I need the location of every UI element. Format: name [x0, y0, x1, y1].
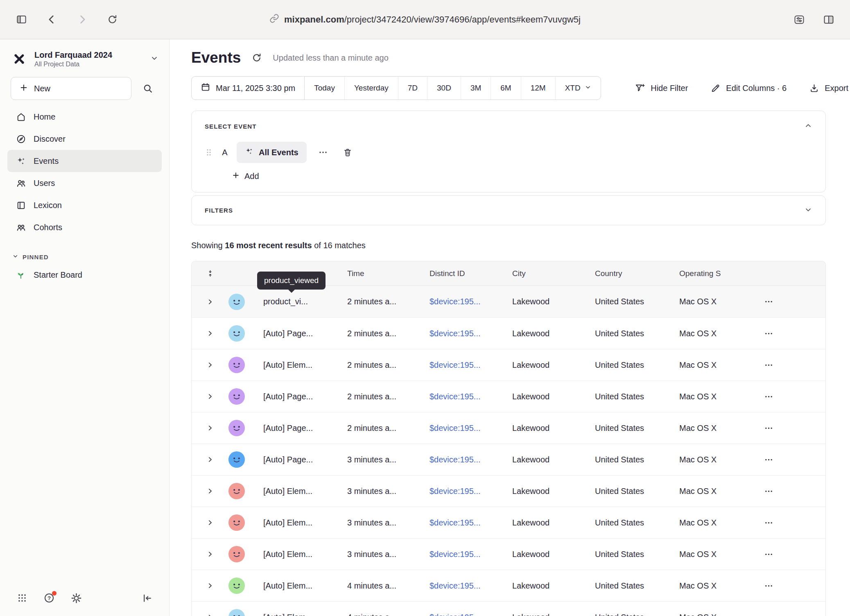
col-header-distinct-id[interactable]: Distinct ID	[430, 269, 512, 278]
home-icon	[16, 111, 26, 122]
distinct-id-link[interactable]: $device:195...	[430, 613, 481, 616]
distinct-id-link[interactable]: $device:195...	[430, 297, 481, 306]
chevron-down-icon[interactable]	[804, 206, 812, 215]
row-expand-chevron-icon[interactable]	[206, 298, 214, 306]
settings-gear-icon[interactable]	[69, 591, 84, 605]
range-xtd[interactable]: XTD	[556, 77, 601, 100]
range-7d[interactable]: 7D	[398, 77, 427, 100]
sidebar-item-cohorts[interactable]: Cohorts	[7, 216, 162, 238]
row-expand-chevron-icon[interactable]	[206, 614, 214, 616]
trash-icon[interactable]	[339, 144, 356, 161]
col-header-os[interactable]: Operating S	[679, 269, 750, 278]
table-row[interactable]: [Auto] Elem... 3 minutes a... $device:19…	[192, 507, 825, 538]
date-picker-button[interactable]: Mar 11, 2025 3:30 pm	[192, 77, 305, 100]
address-bar[interactable]: mixpanel.com/project/3472420/view/397469…	[269, 14, 581, 26]
link-icon	[269, 14, 279, 26]
table-row[interactable]: [Auto] Page... 3 minutes a... $device:19…	[192, 444, 825, 475]
row-expand-chevron-icon[interactable]	[206, 456, 214, 463]
row-menu-icon[interactable]	[764, 487, 773, 496]
row-menu-icon[interactable]	[764, 613, 773, 616]
sidebar-item-users[interactable]: Users	[7, 172, 162, 194]
row-menu-icon[interactable]	[764, 550, 773, 559]
sidebar-item-events[interactable]: Events	[7, 150, 162, 172]
distinct-id-link[interactable]: $device:195...	[430, 455, 481, 464]
row-menu-icon[interactable]	[764, 518, 773, 528]
table-row[interactable]: [Auto] Page... 2 minutes a... $device:19…	[192, 317, 825, 349]
distinct-id-link[interactable]: $device:195...	[430, 550, 481, 559]
range-12m[interactable]: 12M	[521, 77, 556, 100]
table-row[interactable]: product_vi... 2 minutes a... $device:195…	[192, 286, 825, 317]
event-time: 4 minutes a...	[347, 613, 430, 616]
project-switcher[interactable]: Lord Farquaad 2024 All Project Data	[0, 39, 169, 70]
sidebar-item-discover[interactable]: Discover	[7, 128, 162, 150]
row-menu-icon[interactable]	[764, 329, 773, 338]
range-3m[interactable]: 3M	[461, 77, 491, 100]
table-row[interactable]: [Auto] Elem... 3 minutes a... $device:19…	[192, 475, 825, 507]
distinct-id-link[interactable]: $device:195...	[430, 581, 481, 591]
drag-handle-icon[interactable]	[205, 148, 213, 157]
distinct-id-link[interactable]: $device:195...	[430, 518, 481, 528]
page-settings-icon[interactable]	[790, 11, 808, 29]
row-menu-icon[interactable]	[764, 455, 773, 464]
table-row[interactable]: [Auto] Page... 2 minutes a... $device:19…	[192, 380, 825, 412]
table-row[interactable]: [Auto] Elem... 3 minutes a... $device:19…	[192, 538, 825, 570]
row-expand-chevron-icon[interactable]	[206, 361, 214, 369]
range-30d[interactable]: 30D	[427, 77, 461, 100]
row-expand-chevron-icon[interactable]	[206, 519, 214, 526]
row-menu-icon[interactable]	[764, 360, 773, 370]
range-today[interactable]: Today	[305, 77, 345, 100]
range-yesterday[interactable]: Yesterday	[345, 77, 398, 100]
distinct-id-link[interactable]: $device:195...	[430, 392, 481, 401]
event-os: Mac OS X	[679, 297, 750, 306]
row-expand-chevron-icon[interactable]	[206, 330, 214, 337]
row-expand-chevron-icon[interactable]	[206, 393, 214, 400]
row-menu-icon[interactable]	[764, 424, 773, 433]
row-expand-chevron-icon[interactable]	[206, 487, 214, 495]
distinct-id-link[interactable]: $device:195...	[430, 360, 481, 370]
new-button[interactable]: New	[11, 77, 131, 100]
sidebar-item-home[interactable]: Home	[7, 106, 162, 128]
chevron-up-icon[interactable]	[804, 122, 812, 131]
col-header-country[interactable]: Country	[595, 269, 679, 278]
event-name: [Auto] Page...	[263, 329, 313, 338]
distinct-id-link[interactable]: $device:195...	[430, 424, 481, 433]
apps-grid-icon[interactable]	[15, 591, 29, 605]
row-expand-chevron-icon[interactable]	[206, 550, 214, 558]
col-header-time[interactable]: Time	[347, 269, 430, 278]
table-row[interactable]: [Auto] Page... 2 minutes a... $device:19…	[192, 412, 825, 444]
table-row[interactable]: [Auto] Elem... 4 minutes a... $device:19…	[192, 570, 825, 601]
table-row[interactable]: [Auto] Elem... 4 minutes a... $device:19…	[192, 601, 825, 616]
export-button[interactable]: Export	[809, 83, 848, 93]
pinned-section-header[interactable]: PINNED	[0, 253, 169, 260]
refresh-icon[interactable]	[250, 51, 264, 65]
row-menu-icon[interactable]	[764, 581, 773, 591]
range-6m[interactable]: 6M	[491, 77, 521, 100]
split-view-icon[interactable]	[820, 11, 838, 29]
col-header-city[interactable]: City	[512, 269, 595, 278]
collapse-all-icon[interactable]	[206, 269, 215, 278]
event-country: United States	[595, 392, 679, 401]
add-event-button[interactable]: Add	[232, 171, 259, 181]
sidebar-item-lexicon[interactable]: Lexicon	[7, 194, 162, 216]
table-row[interactable]: [Auto] Elem... 2 minutes a... $device:19…	[192, 349, 825, 380]
distinct-id-link[interactable]: $device:195...	[430, 487, 481, 496]
row-menu-icon[interactable]	[764, 297, 773, 306]
row-expand-chevron-icon[interactable]	[206, 424, 214, 432]
row-menu-icon[interactable]	[764, 392, 773, 401]
browser-reload-icon[interactable]	[103, 11, 121, 29]
collapse-sidebar-icon[interactable]	[140, 591, 154, 605]
browser-forward-icon[interactable]	[73, 11, 91, 29]
browser-back-icon[interactable]	[43, 11, 61, 29]
edit-columns-button[interactable]: Edit Columns · 6	[710, 83, 787, 93]
event-selector-button[interactable]: All Events	[237, 142, 307, 163]
event-options-icon[interactable]	[315, 144, 331, 161]
url-domain: mixpanel.com	[284, 14, 344, 25]
sidebar-search-icon[interactable]	[137, 78, 158, 99]
row-expand-chevron-icon[interactable]	[206, 582, 214, 589]
results-suffix: of 16 matches	[312, 241, 366, 250]
hide-filter-button[interactable]: Hide Filter	[635, 83, 688, 93]
sidebar-item-starter-board[interactable]: Starter Board	[7, 264, 162, 286]
distinct-id-link[interactable]: $device:195...	[430, 329, 481, 338]
help-icon[interactable]: ?	[42, 591, 57, 605]
browser-sidebar-toggle-icon[interactable]	[12, 11, 30, 29]
